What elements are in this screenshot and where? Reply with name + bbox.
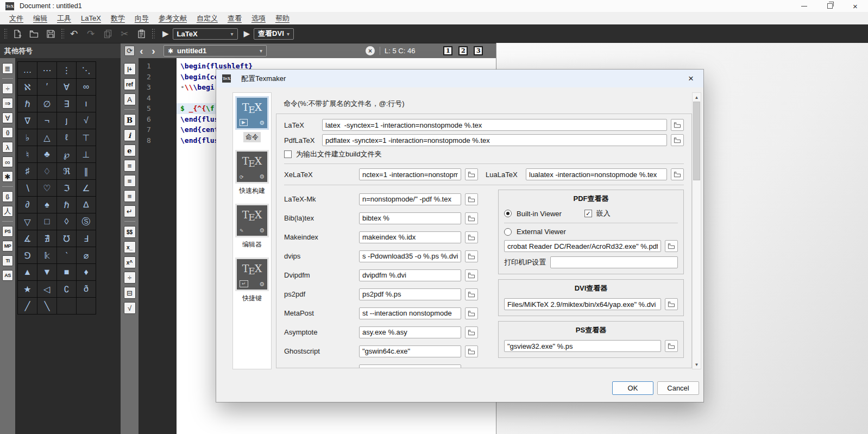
- emphasis-icon[interactable]: e: [124, 144, 136, 156]
- menu-item-6[interactable]: 参考文献: [154, 14, 192, 23]
- align-right-icon[interactable]: ≡: [124, 190, 136, 202]
- symbol-cell-46[interactable]: ‵: [57, 247, 77, 264]
- dvi-viewer-browse-button[interactable]: [665, 298, 678, 310]
- lualatex-command-input[interactable]: [526, 168, 667, 180]
- menu-item-2[interactable]: 工具: [52, 14, 76, 23]
- dvips-browse-button[interactable]: [465, 250, 478, 262]
- cancel-button[interactable]: Cancel: [657, 381, 699, 395]
- layout-view-button-1[interactable]: 1: [443, 46, 452, 55]
- dfrac-icon[interactable]: ⊟: [124, 287, 136, 299]
- symbol-cell-12[interactable]: ∇: [18, 112, 37, 129]
- ps2pdf-command-input[interactable]: [359, 288, 461, 300]
- latex-browse-button[interactable]: [671, 119, 684, 131]
- symbol-cell-36[interactable]: ▽: [18, 213, 37, 230]
- symbol-cell-21[interactable]: ♣: [37, 146, 57, 163]
- menu-item-3[interactable]: LaTeX: [76, 14, 106, 22]
- printer-ip-input[interactable]: [550, 256, 678, 268]
- symbol-cell-10[interactable]: ∃: [57, 96, 77, 112]
- refresh-icon[interactable]: ⟳: [124, 46, 135, 56]
- symbol-cell-55[interactable]: ð: [77, 281, 96, 298]
- undo-icon[interactable]: ↶: [68, 28, 79, 39]
- symbol-cell-11[interactable]: ı: [77, 96, 96, 112]
- symbol-cell-17[interactable]: △: [37, 129, 57, 146]
- layout-view-button-2[interactable]: 2: [458, 46, 468, 55]
- newline-icon[interactable]: ↵: [124, 205, 136, 217]
- relation-symbols-icon[interactable]: ÷: [2, 83, 13, 94]
- symbol-cell-50[interactable]: ■: [57, 264, 77, 281]
- restore-button[interactable]: [817, 0, 842, 12]
- ghostscript-browse-button[interactable]: [465, 345, 478, 357]
- new-document-icon[interactable]: [11, 28, 22, 39]
- paste-icon[interactable]: [136, 28, 147, 39]
- asymptote-command-input[interactable]: [359, 326, 461, 338]
- symbol-cell-25[interactable]: ♢: [37, 163, 57, 180]
- external-viewer-radio[interactable]: [504, 228, 512, 236]
- clipped-command-input[interactable]: [359, 364, 461, 369]
- superscript-icon[interactable]: x^: [124, 256, 136, 268]
- symbol-cell-30[interactable]: ℑ: [57, 180, 77, 197]
- symbol-cell-33[interactable]: ♠: [37, 197, 57, 213]
- menu-item-7[interactable]: 自定义: [192, 14, 223, 23]
- scroll-down-icon[interactable]: ▼: [693, 361, 701, 368]
- latex-mk-browse-button[interactable]: [465, 193, 478, 205]
- symbol-cell-20[interactable]: ♮: [18, 146, 37, 163]
- symbol-cell-54[interactable]: ∁: [57, 281, 77, 298]
- symbol-cell-29[interactable]: ♡: [37, 180, 57, 197]
- menu-item-8[interactable]: 查看: [223, 14, 247, 23]
- symbol-cell-6[interactable]: ∀: [57, 79, 77, 96]
- arrow-symbols-icon[interactable]: ⇒: [2, 98, 13, 109]
- menu-item-4[interactable]: 数学: [106, 14, 130, 23]
- symbol-cell-47[interactable]: ⌀: [77, 247, 96, 264]
- symbol-cell-41[interactable]: ∄: [37, 230, 57, 247]
- settings-tab-[interactable]: TEX✎⚙编辑器: [235, 204, 269, 250]
- symbol-cell-8[interactable]: ℏ: [18, 96, 37, 112]
- symbol-cell-35[interactable]: ∆: [77, 197, 96, 213]
- symbol-cell-18[interactable]: ℓ: [57, 129, 77, 146]
- forward-icon[interactable]: ›: [148, 46, 159, 56]
- back-icon[interactable]: ‹: [136, 46, 147, 56]
- symbol-cell-5[interactable]: ′: [37, 79, 57, 96]
- lualatex-browse-button[interactable]: [671, 168, 684, 180]
- person-icon[interactable]: 人: [2, 206, 13, 217]
- minimize-button[interactable]: [791, 0, 817, 12]
- makeindex-browse-button[interactable]: [465, 231, 478, 243]
- dialog-scrollbar[interactable]: ▲ ▼: [692, 92, 701, 369]
- latex-mk-command-input[interactable]: [359, 193, 461, 205]
- symbol-cell-4[interactable]: ℵ: [18, 79, 37, 96]
- delimiters-icon[interactable]: {}: [2, 127, 13, 138]
- dvips-command-input[interactable]: [359, 250, 461, 262]
- symbol-cell-19[interactable]: ⊤: [77, 129, 96, 146]
- symbol-cell-40[interactable]: ∡: [18, 230, 37, 247]
- font-size-icon[interactable]: A: [124, 93, 136, 105]
- run-build-button[interactable]: ▶: [162, 29, 169, 39]
- pdf-viewer-browse-button[interactable]: [665, 240, 678, 252]
- symbol-cell-28[interactable]: ∖: [18, 180, 37, 197]
- menu-item-0[interactable]: 文件: [4, 14, 28, 23]
- symbol-cell-56[interactable]: ╱: [18, 298, 37, 315]
- view-mode-select[interactable]: 查看DVI ▾: [254, 28, 294, 40]
- symbol-cell-16[interactable]: ♭: [18, 129, 37, 146]
- save-icon[interactable]: [45, 28, 56, 39]
- symbol-cell-57[interactable]: ╲: [37, 298, 57, 315]
- fraction-icon[interactable]: ÷: [124, 272, 136, 284]
- run-view-button[interactable]: ▶: [244, 29, 250, 39]
- dialog-titlebar[interactable]: TeX 配置Texmaker ×: [216, 70, 703, 87]
- symbol-cell-31[interactable]: ∠: [77, 180, 96, 197]
- greek-letters-icon[interactable]: λ: [2, 142, 13, 153]
- toolbar-grip[interactable]: [3, 28, 7, 40]
- build-mode-select[interactable]: LaTeX ▾: [173, 28, 238, 40]
- bib-la-tex-command-input[interactable]: [359, 212, 461, 224]
- latex-command-input[interactable]: [322, 119, 667, 131]
- symbol-cell-39[interactable]: Ⓢ: [77, 213, 96, 230]
- symbol-cell-52[interactable]: ★: [18, 281, 37, 298]
- symbol-cell-14[interactable]: ȷ: [57, 112, 77, 129]
- ref-icon[interactable]: ref: [124, 78, 136, 90]
- scroll-up-icon[interactable]: ▲: [693, 93, 701, 101]
- symbol-cell-3[interactable]: ⋱: [77, 62, 96, 79]
- symbol-cell-38[interactable]: ◊: [57, 213, 77, 230]
- build-folder-checkbox[interactable]: [284, 150, 292, 158]
- symbol-cell-34[interactable]: ℏ: [57, 197, 77, 213]
- sqrt-icon[interactable]: √: [124, 302, 136, 314]
- builtin-viewer-radio[interactable]: [504, 210, 512, 217]
- metapost-icon[interactable]: MP: [2, 241, 13, 251]
